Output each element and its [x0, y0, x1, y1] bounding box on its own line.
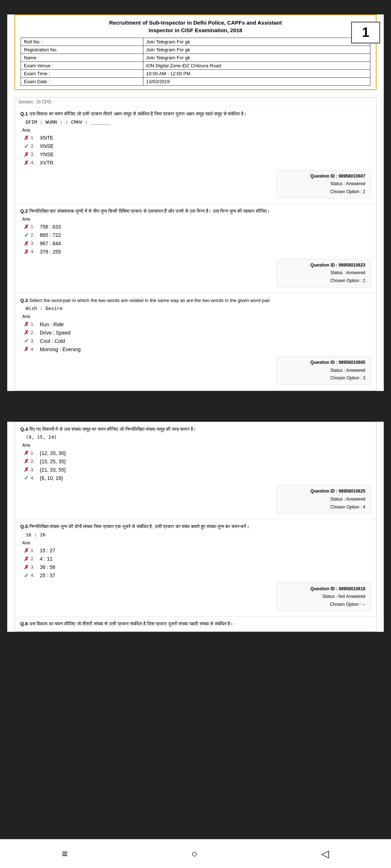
option-text: 865 : 722 — [40, 232, 61, 238]
info-table: Roll No. :Join Telegram For gkRegistrati… — [21, 38, 370, 86]
option-number: 4. — [31, 476, 38, 481]
option-item: ✗1.Run : Ride — [24, 321, 371, 328]
question-text: Q.1 उस विकल्प का चयन कीजिए जो उसी प्रकार… — [20, 110, 371, 118]
chosen-option-label: Chosen Option : -- — [330, 602, 365, 607]
info-label: Name : — [21, 54, 143, 62]
question-subtext: (9, 15, 24) — [26, 434, 371, 440]
question-id-box: Question ID : 98958010625Status : Answer… — [277, 485, 371, 514]
second-content-card: Q.4 दिए गए विकल्पों में से उस संख्या-समू… — [7, 422, 384, 632]
home-button[interactable]: ○ — [192, 848, 198, 860]
option-text: XNSE — [40, 143, 54, 149]
question-block: Q.1 उस विकल्प का चयन कीजिए जो उसी प्रकार… — [15, 107, 376, 204]
option-item: ✓2.XNSE — [24, 143, 371, 150]
ans-label: Ans — [22, 314, 30, 319]
cross-icon: ✗ — [24, 224, 29, 230]
question-subtext: DFIM : WURN : : CMHV : _______ — [26, 119, 371, 125]
option-number: 4. — [31, 249, 38, 254]
option-number: 1. — [31, 322, 38, 327]
section-1-box: Section : SI CPO Q.1 उस विकल्प का चयन की… — [14, 97, 377, 391]
option-number: 4. — [31, 347, 38, 352]
question-id-box: Question ID : 98958010619Status : Not An… — [277, 583, 371, 611]
ans-row: Ans — [22, 443, 371, 448]
cross-icon: ✗ — [24, 466, 29, 473]
option-number: 3. — [31, 467, 38, 472]
option-number: 2. — [31, 556, 38, 561]
checkmark-icon: ✓ — [24, 337, 29, 344]
info-value: Join Telegram For gk — [143, 46, 370, 54]
cross-icon: ✗ — [24, 564, 29, 571]
option-item: ✗4.378 : 255 — [24, 248, 371, 255]
cross-icon: ✗ — [24, 329, 29, 336]
option-number: 1. — [31, 451, 38, 456]
question-id-box: Question ID : 98958010623Status : Answer… — [277, 259, 371, 288]
option-text: 15 : 27 — [40, 548, 55, 553]
question-text: Q.6 उस विकल्प का चयन कीजिए जो तीसरी संख्… — [20, 620, 371, 627]
question-block: Q.6 उस विकल्प का चयन कीजिए जो तीसरी संख्… — [15, 617, 376, 631]
page-number: 1 — [351, 22, 380, 43]
question-block: Q.3 Select the word-pair in which the tw… — [15, 293, 376, 391]
question-id-label: Question ID : 98958010625 — [311, 489, 365, 494]
checkmark-icon: ✓ — [24, 572, 29, 579]
option-text: Cool : Cold — [40, 338, 65, 344]
status-label: Status : Answered — [330, 181, 365, 186]
question-text: Q.4 दिए गए विकल्पों में से उस संख्या-समू… — [20, 426, 371, 433]
question-id-label: Question ID : 98958010623 — [311, 263, 365, 268]
info-value: 13/03/2019 — [143, 78, 370, 86]
option-text: 25 : 37 — [40, 573, 55, 578]
info-value: 10:00 AM - 12:00 PM — [143, 70, 370, 78]
cross-icon: ✗ — [24, 556, 29, 562]
option-item: ✗2.{15, 25, 35} — [24, 458, 371, 465]
option-text: 36 : 56 — [40, 564, 55, 570]
options-list: ✗1.{12, 20, 30}✗2.{15, 25, 35}✗3.{21, 33… — [24, 450, 371, 481]
option-text: Morning : Evening — [40, 346, 81, 352]
option-number: 3. — [31, 339, 38, 344]
ans-row: Ans — [22, 314, 371, 319]
header-box: Recruitment of Sub-Inspector in Delhi Po… — [14, 14, 377, 90]
chosen-option-label: Chosen Option : 2 — [330, 278, 365, 283]
questions-container: Q.1 उस विकल्प का चयन कीजिए जो उसी प्रकार… — [15, 107, 376, 391]
option-item: ✗4.Morning : Evening — [24, 346, 371, 353]
checkmark-icon: ✓ — [24, 143, 29, 150]
cross-icon: ✗ — [24, 321, 29, 328]
menu-button[interactable]: ≡ — [62, 848, 68, 860]
option-text: YNSE — [40, 152, 54, 157]
option-item: ✓4.25 : 37 — [24, 572, 371, 579]
cross-icon: ✗ — [24, 240, 29, 247]
options-list: ✗1.Run : Ride✗2.Drive : Speed✓3.Cool : C… — [24, 321, 371, 353]
option-item: ✗1.756 : 633 — [24, 224, 371, 230]
option-text: {6, 10, 16} — [40, 475, 63, 481]
cross-icon: ✗ — [24, 151, 29, 158]
option-item: ✓4.{6, 10, 16} — [24, 475, 371, 481]
section-label: Section : SI CPO — [15, 98, 376, 107]
option-item: ✗3.{21, 33, 55} — [24, 466, 371, 473]
cross-icon: ✗ — [24, 135, 29, 141]
option-number: 1. — [31, 224, 38, 229]
cross-icon: ✗ — [24, 547, 29, 554]
back-button[interactable]: ◁ — [321, 848, 329, 860]
ans-label: Ans — [22, 217, 30, 222]
status-label: Status : Answered — [330, 368, 365, 373]
cross-icon: ✗ — [24, 458, 29, 465]
ans-label: Ans — [22, 540, 30, 545]
option-item: ✗3.36 : 56 — [24, 564, 371, 571]
options-list: ✗1.XNTE✓2.XNSE✗3.YNSE✗4.XVTR — [24, 135, 371, 166]
question-id-label: Question ID : 98958010619 — [311, 586, 365, 591]
ans-row: Ans — [22, 217, 371, 222]
option-item: ✗1.15 : 27 — [24, 547, 371, 554]
option-number: 2. — [31, 233, 38, 238]
option-text: {21, 33, 55} — [40, 467, 66, 473]
gap-spacer — [0, 398, 391, 416]
info-label: Registration No. — [21, 46, 143, 54]
section-2-box: Q.4 दिए गए विकल्पों में से उस संख्या-समू… — [14, 422, 377, 632]
question-id-label: Question ID : 98958010605 — [311, 360, 365, 365]
question-block: Q.4 दिए गए विकल्पों में से उस संख्या-समू… — [15, 422, 376, 519]
option-text: Drive : Speed — [40, 330, 71, 336]
option-number: 3. — [31, 152, 38, 157]
info-value: Join Telegram For gk — [143, 54, 370, 62]
option-number: 3. — [31, 241, 38, 246]
option-text: XVTR — [40, 160, 53, 166]
option-item: ✓2.865 : 722 — [24, 232, 371, 239]
status-label: Status : Answered — [330, 270, 365, 275]
chosen-option-label: Chosen Option : 2 — [330, 189, 365, 194]
info-label: Exam Venue : — [21, 62, 143, 70]
